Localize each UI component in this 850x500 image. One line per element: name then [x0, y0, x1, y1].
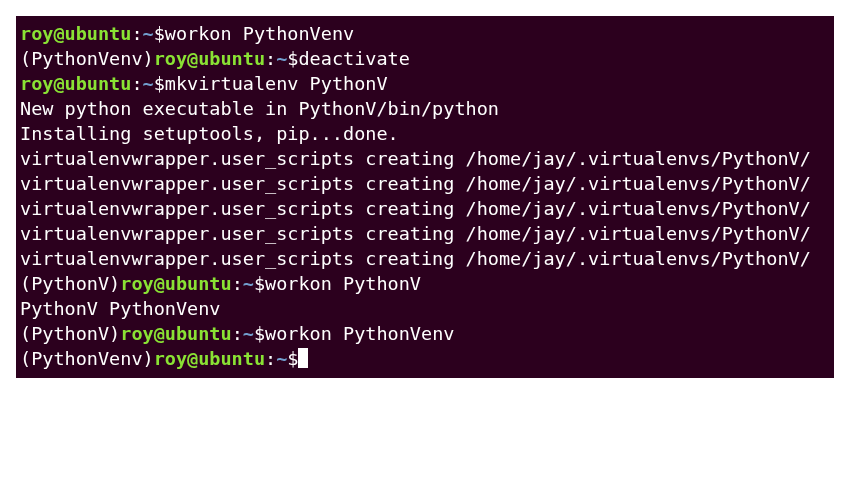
output-text: virtualenvwrapper.user_scripts creating …: [20, 148, 811, 169]
terminal-line: virtualenvwrapper.user_scripts creating …: [20, 172, 830, 197]
command-text: workon PythonVenv: [165, 23, 354, 44]
cursor-block: [298, 348, 308, 368]
user-host: roy@ubuntu: [120, 323, 231, 344]
output-text: Installing setuptools, pip...done.: [20, 123, 399, 144]
prompt-dollar: $: [154, 23, 165, 44]
user-host: roy@ubuntu: [154, 48, 265, 69]
prompt-dollar: $: [254, 273, 265, 294]
terminal-line: PythonV PythonVenv: [20, 297, 830, 322]
terminal-line: roy@ubuntu:~$mkvirtualenv PythonV: [20, 72, 830, 97]
prompt-separator: :: [232, 323, 243, 344]
output-text: virtualenvwrapper.user_scripts creating …: [20, 223, 811, 244]
user-host: roy@ubuntu: [120, 273, 231, 294]
venv-prefix: (PythonV): [20, 273, 120, 294]
terminal-line: Installing setuptools, pip...done.: [20, 122, 830, 147]
output-text: virtualenvwrapper.user_scripts creating …: [20, 248, 811, 269]
terminal-line: virtualenvwrapper.user_scripts creating …: [20, 247, 830, 272]
command-text: mkvirtualenv PythonV: [165, 73, 388, 94]
terminal-line: (PythonV)roy@ubuntu:~$workon PythonV: [20, 272, 830, 297]
terminal-line: New python executable in PythonV/bin/pyt…: [20, 97, 830, 122]
command-text: workon PythonV: [265, 273, 421, 294]
venv-prefix: (PythonV): [20, 323, 120, 344]
terminal-line: (PythonVenv)roy@ubuntu:~$: [20, 347, 830, 372]
terminal-line: virtualenvwrapper.user_scripts creating …: [20, 197, 830, 222]
command-text: workon PythonVenv: [265, 323, 454, 344]
terminal-line: roy@ubuntu:~$workon PythonVenv: [20, 22, 830, 47]
terminal-window[interactable]: roy@ubuntu:~$workon PythonVenv(PythonVen…: [16, 16, 834, 378]
user-host: roy@ubuntu: [20, 73, 131, 94]
prompt-dollar: $: [154, 73, 165, 94]
prompt-separator: :: [131, 73, 142, 94]
output-text: PythonV PythonVenv: [20, 298, 220, 319]
terminal-line: virtualenvwrapper.user_scripts creating …: [20, 147, 830, 172]
terminal-line: (PythonVenv)roy@ubuntu:~$deactivate: [20, 47, 830, 72]
terminal-line: virtualenvwrapper.user_scripts creating …: [20, 222, 830, 247]
prompt-dollar: $: [287, 48, 298, 69]
prompt-path: ~: [243, 323, 254, 344]
user-host: roy@ubuntu: [20, 23, 131, 44]
prompt-path: ~: [276, 48, 287, 69]
prompt-dollar: $: [287, 348, 298, 369]
prompt-separator: :: [232, 273, 243, 294]
terminal-line: (PythonV)roy@ubuntu:~$workon PythonVenv: [20, 322, 830, 347]
prompt-path: ~: [243, 273, 254, 294]
prompt-separator: :: [265, 48, 276, 69]
prompt-path: ~: [143, 73, 154, 94]
prompt-dollar: $: [254, 323, 265, 344]
user-host: roy@ubuntu: [154, 348, 265, 369]
output-text: virtualenvwrapper.user_scripts creating …: [20, 173, 811, 194]
output-text: New python executable in PythonV/bin/pyt…: [20, 98, 499, 119]
venv-prefix: (PythonVenv): [20, 348, 154, 369]
prompt-separator: :: [131, 23, 142, 44]
command-text: deactivate: [298, 48, 409, 69]
prompt-separator: :: [265, 348, 276, 369]
prompt-path: ~: [143, 23, 154, 44]
prompt-path: ~: [276, 348, 287, 369]
output-text: virtualenvwrapper.user_scripts creating …: [20, 198, 811, 219]
venv-prefix: (PythonVenv): [20, 48, 154, 69]
